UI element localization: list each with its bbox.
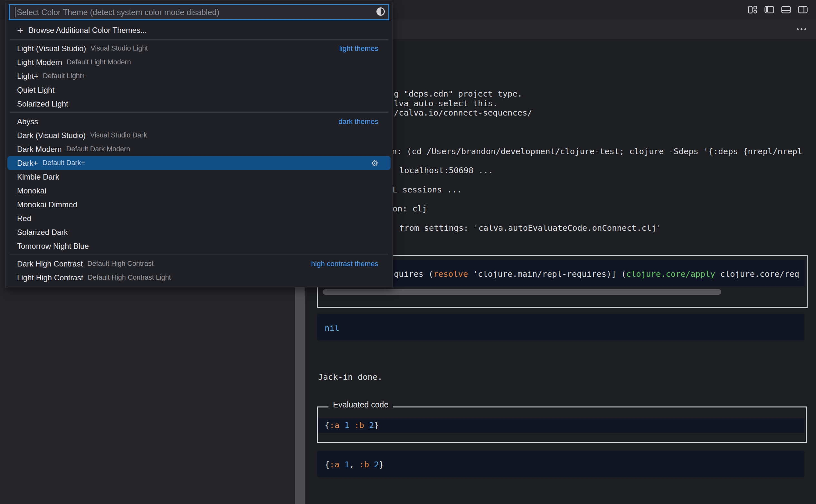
toggle-secondary-sidebar-icon[interactable] [798,5,808,14]
theme-label: Light Modern [17,58,62,67]
output-line: g "deps.edn" project type. [394,89,522,98]
theme-description: Visual Studio Dark [90,131,147,139]
browse-label: Browse Additional Color Themes... [28,26,147,35]
theme-item-solarized-light[interactable]: Solarized Light [7,97,390,111]
color-mode-icon[interactable] [376,7,385,16]
list-separator [10,255,388,255]
plus-icon: + [17,25,23,36]
code-token: { [324,460,329,469]
code-token: , [349,460,359,469]
theme-description: Visual Studio Light [90,44,148,52]
theme-label: Light High Contrast [17,273,83,282]
toggle-panel-icon[interactable] [781,5,791,14]
repl-requires-code-line: quires (resolve 'clojure.main/repl-requi… [394,269,799,279]
vscode-window: g "deps.edn" project type. lva auto-sele… [0,0,816,504]
layout-controls [748,5,808,14]
output-line: from settings: 'calva.autoEvaluateCode.o… [399,223,661,233]
code-token [339,460,344,469]
theme-item-monokai[interactable]: Monokai [7,184,390,198]
theme-list: Light (Visual Studio) Visual Studio Ligh… [5,39,392,285]
theme-item-red[interactable]: Red [7,211,390,225]
evaluated-code-text: {:a 1 :b 2} [324,420,379,430]
theme-item-abyss[interactable]: Abyss dark themes [7,115,390,128]
theme-label: Dark Modern [17,145,62,154]
nil-result-text: nil [324,323,339,333]
text-caret [15,7,15,17]
theme-label: Tomorrow Night Blue [17,242,89,251]
code-token: clojure.core/apply [626,269,715,279]
theme-item-dark-modern[interactable]: Dark Modern Default Dark Modern [7,142,390,156]
toggle-primary-sidebar-icon[interactable] [764,5,774,14]
theme-item-light-visual-studio-[interactable]: Light (Visual Studio) Visual Studio Ligh… [7,42,390,55]
nil-result-box [317,314,804,341]
theme-category-label: dark themes [338,117,378,126]
theme-item-tomorrow-night-blue[interactable]: Tomorrow Night Blue [7,239,390,253]
theme-label: Monokai Dimmed [17,200,77,209]
editor-more-actions-icon[interactable] [795,26,808,32]
quick-pick-input-wrap [9,4,389,20]
code-token: :b [354,420,364,430]
evaluation-result-text: {:a 1, :b 2} [324,460,384,469]
code-token: resolve [434,269,468,279]
output-line: localhost:50698 ... [399,165,493,175]
theme-label: Light+ [17,72,38,81]
evaluated-code-line-background [318,418,804,433]
code-token [369,460,374,469]
gear-icon[interactable]: ⚙ [371,159,378,167]
theme-item-dark-high-contrast[interactable]: Dark High Contrast Default High Contrast… [7,257,390,271]
browse-additional-themes-item[interactable]: + Browse Additional Color Themes... [7,23,390,38]
vertical-scrollbar-thumb[interactable] [295,281,305,504]
theme-label: Light (Visual Studio) [17,44,86,53]
theme-label: Dark High Contrast [17,259,83,268]
theme-description: Default High Contrast [87,260,154,268]
evaluation-result-box [317,451,804,477]
code-token: quires ( [394,269,434,279]
code-token: } [374,420,379,430]
theme-description: Default Dark Modern [66,145,130,153]
theme-item-dark-visual-studio-[interactable]: Dark (Visual Studio) Visual Studio Dark [7,128,390,142]
horizontal-scrollbar-thumb[interactable] [323,289,721,295]
theme-item-light+[interactable]: Light+ Default Light+ [7,69,390,83]
code-token: 2 [374,460,379,469]
code-token [364,420,369,430]
code-token: :b [359,460,369,469]
code-token: } [379,460,384,469]
theme-label: Abyss [17,117,38,126]
theme-label: Red [17,214,31,223]
code-token: :a [329,460,339,469]
theme-item-light-high-contrast[interactable]: Light High Contrast Default High Contras… [7,271,390,285]
theme-description: Default Dark+ [42,159,85,167]
output-line: lva auto-select this. [394,98,498,108]
theme-label: Solarized Dark [17,228,68,237]
evaluated-code-legend: Evaluated code [328,399,393,410]
output-line: /calva.io/connect-sequences/ [394,108,532,117]
color-theme-quick-pick: + Browse Additional Color Themes... Ligh… [5,2,393,287]
theme-description: Default Light+ [43,72,86,80]
theme-item-monokai-dimmed[interactable]: Monokai Dimmed [7,198,390,211]
code-token: 1 [344,420,349,430]
theme-category-label: light themes [339,44,378,53]
output-line-jack-in-command: n: (cd /Users/brandon/development/clojur… [392,146,802,156]
theme-search-input[interactable] [9,4,389,20]
theme-item-kimbie-dark[interactable]: Kimbie Dark [7,170,390,184]
theme-item-solarized-dark[interactable]: Solarized Dark [7,225,390,239]
output-line: L sessions ... [392,185,462,194]
theme-item-quiet-light[interactable]: Quiet Light [7,83,390,97]
code-token: 'clojure.main/repl-requires)] ( [468,269,626,279]
code-token: { [324,420,329,430]
theme-item-light-modern[interactable]: Light Modern Default Light Modern [7,55,390,69]
output-line: on: clj [392,204,427,213]
theme-label: Quiet Light [17,86,54,95]
theme-description: Default High Contrast Light [88,274,171,282]
code-token: 1 [344,460,349,469]
list-separator [10,39,388,40]
list-separator [10,112,388,113]
theme-label: Monokai [17,186,46,195]
code-token [349,420,354,430]
theme-description: Default Light Modern [67,58,131,66]
code-token: clojure.core/req [715,269,799,279]
theme-category-label: high contrast themes [311,260,378,268]
theme-item-dark+[interactable]: Dark+ Default Dark+ ⚙ [7,156,390,170]
code-token [339,420,344,430]
customize-layout-icon[interactable] [748,5,757,14]
